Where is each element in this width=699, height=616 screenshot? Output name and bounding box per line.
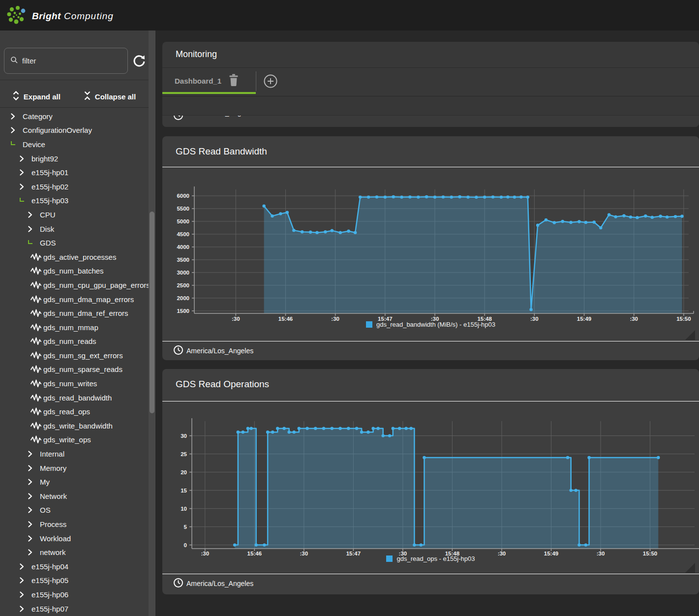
tree-item-Device[interactable]: Device [0, 137, 149, 152]
tree-metric-gds_active_processes[interactable]: gds_active_processes [0, 250, 149, 264]
tree-item-Process[interactable]: Process [0, 517, 149, 531]
resize-handle[interactable] [685, 563, 695, 573]
svg-text:20: 20 [181, 469, 187, 475]
tree-item-Disk[interactable]: Disk [0, 222, 149, 236]
tree-item-GDS[interactable]: GDS [0, 236, 149, 250]
panel-separator [162, 401, 699, 401]
tree-item-label: Category [23, 112, 53, 121]
timezone-label: America/Los_Angeles [187, 115, 254, 117]
svg-text:4500: 4500 [177, 231, 189, 237]
tree-item-Category[interactable]: Category [0, 109, 149, 123]
tree-item-Memory[interactable]: Memory [0, 461, 149, 475]
resize-handle[interactable] [685, 330, 695, 340]
tree-item-label: CPU [40, 211, 56, 219]
tree-item-label: network [40, 548, 66, 556]
tree-item-e155j-hp01[interactable]: e155j-hp01 [0, 165, 149, 180]
tree-item-e155j-hp06[interactable]: e155j-hp06 [0, 587, 149, 602]
clock-icon [173, 115, 183, 123]
tree-item-label: GDS [40, 239, 56, 247]
sidebar: Expand all Collapse all CategoryConfigur… [0, 31, 155, 616]
add-dashboard-button[interactable] [263, 74, 278, 89]
expand-all-button[interactable]: Expand all [13, 91, 61, 102]
filter-input[interactable] [22, 57, 116, 65]
tree-item-label: Workload [40, 534, 71, 543]
tree-metric-gds_write_bandwidth[interactable]: gds_write_bandwidth [0, 419, 149, 433]
tree-item-label: gds_num_dma_map_errors [43, 295, 134, 304]
chevron-right-icon [20, 606, 31, 612]
tree-item-label: e155j-hp02 [31, 183, 68, 191]
tree-actions-row: Expand all Collapse all [0, 86, 149, 107]
tree-item-label: My [40, 478, 50, 486]
tree-item-Internal[interactable]: Internal [0, 447, 149, 461]
chart-canvas[interactable]: 051015202530:3015:46:3015:47:3015:48:301… [162, 402, 699, 560]
chevron-right-icon [28, 479, 40, 485]
tree-item-label: gds_num_mmap [43, 323, 98, 332]
chevron-right-icon [20, 563, 31, 570]
tree-metric-gds_num_dma_ref_errors[interactable]: gds_num_dma_ref_errors [0, 306, 149, 320]
tree-item-My[interactable]: My [0, 475, 149, 489]
tree-item-network[interactable]: network [0, 545, 149, 559]
tree-metric-gds_num_sparse_reads[interactable]: gds_num_sparse_reads [0, 363, 149, 377]
tree-item-e155j-hp05[interactable]: e155j-hp05 [0, 574, 149, 588]
sidebar-scrollbar-thumb[interactable] [150, 212, 154, 413]
sidebar-divider [0, 107, 149, 108]
legend-swatch [366, 321, 372, 328]
brand-logo: BrightComputing [7, 5, 114, 28]
tree-item-label: Device [23, 140, 45, 149]
tree-metric-gds_num_mmap[interactable]: gds_num_mmap [0, 320, 149, 335]
chevron-right-icon [28, 226, 40, 232]
tree-item-label: gds_num_dma_ref_errors [43, 309, 128, 317]
tree-item-label: bright92 [31, 154, 58, 163]
tab-divider [256, 71, 256, 91]
tree-metric-gds_num_sg_ext_errors[interactable]: gds_num_sg_ext_errors [0, 348, 149, 363]
chart-footer: America/Los_Angeles [173, 341, 253, 360]
metric-waveform-icon [30, 394, 43, 402]
tree-item-CPU[interactable]: CPU [0, 208, 149, 222]
metric-waveform-icon [30, 435, 43, 444]
tree-metric-gds_num_reads[interactable]: gds_num_reads [0, 335, 149, 349]
metric-waveform-icon [30, 309, 43, 317]
tree-metric-gds_num_batches[interactable]: gds_num_batches [0, 264, 149, 278]
tree-item-Network[interactable]: Network [0, 489, 149, 503]
tree-item-label: gds_num_writes [43, 379, 97, 388]
gds-read-bandwidth-panel: GDS Read Bandwidth 150020002500300035004… [162, 136, 699, 360]
tree-item-label: e155j-hp05 [31, 576, 68, 585]
tree-item-e155j-hp07[interactable]: e155j-hp07 [0, 602, 149, 616]
tree-item-OS[interactable]: OS [0, 503, 149, 518]
metric-waveform-icon [30, 267, 43, 275]
tree-item-label: gds_num_sparse_reads [43, 365, 122, 373]
expanded-corner-icon [28, 242, 40, 244]
refresh-icon[interactable] [132, 54, 146, 68]
tree-item-label: gds_active_processes [43, 253, 116, 261]
tree-metric-gds_read_bandwidth[interactable]: gds_read_bandwidth [0, 391, 149, 405]
tree-metric-gds_num_writes[interactable]: gds_num_writes [0, 376, 149, 391]
expand-all-label: Expand all [24, 92, 61, 101]
tree-item-label: gds_num_sg_ext_errors [43, 351, 123, 360]
delete-dashboard-icon[interactable] [228, 74, 239, 88]
tree-item-label: e155j-hp06 [31, 590, 68, 599]
tree-metric-gds_write_ops[interactable]: gds_write_ops [0, 433, 149, 447]
chart-canvas[interactable]: 1500200025003000350040004500500055006000… [162, 168, 699, 324]
legend-swatch [386, 555, 393, 562]
chevron-right-icon [28, 465, 40, 471]
tree-metric-gds_num_cpu_gpu_page_errors[interactable]: gds_num_cpu_gpu_page_errors [0, 278, 149, 292]
brand-name: BrightComputing [32, 11, 114, 22]
tab-dashboard-1[interactable]: Dashboard_1 [162, 68, 256, 94]
tree-item-ConfigurationOverlay[interactable]: ConfigurationOverlay [0, 123, 149, 138]
chevron-right-icon [28, 212, 40, 218]
svg-text:2500: 2500 [177, 282, 189, 288]
metric-waveform-icon [30, 337, 43, 345]
tree-metric-gds_read_ops[interactable]: gds_read_ops [0, 404, 149, 419]
svg-text:3000: 3000 [177, 270, 189, 276]
tree-item-e155j-hp04[interactable]: e155j-hp04 [0, 559, 149, 574]
tree-item-label: Memory [40, 464, 66, 472]
tree-item-Workload[interactable]: Workload [0, 531, 149, 546]
tree-item-e155j-hp02[interactable]: e155j-hp02 [0, 180, 149, 194]
tree-item-bright92[interactable]: bright92 [0, 152, 149, 166]
expanded-corner-icon [20, 200, 31, 202]
tree-item-e155j-hp03[interactable]: e155j-hp03 [0, 194, 149, 208]
svg-text:5500: 5500 [177, 206, 189, 212]
tree-metric-gds_num_dma_map_errors[interactable]: gds_num_dma_map_errors [0, 292, 149, 307]
metric-waveform-icon [30, 253, 43, 261]
collapse-all-button[interactable]: Collapse all [84, 91, 136, 102]
